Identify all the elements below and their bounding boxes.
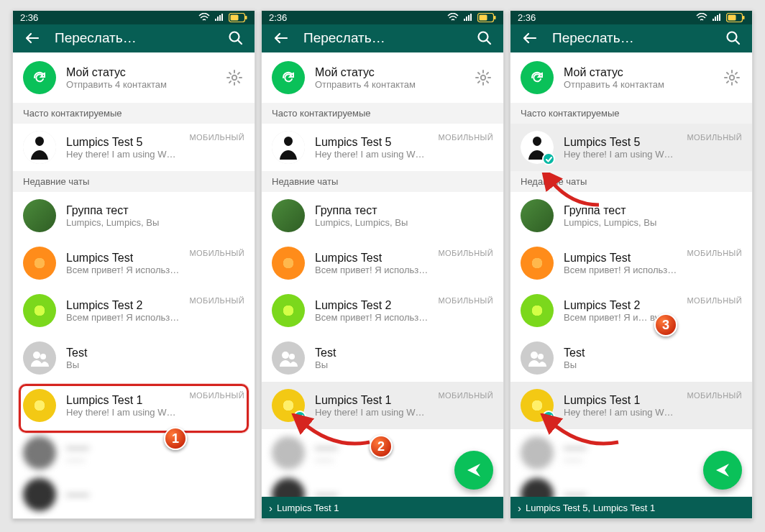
battery-icon [726,13,745,22]
contact-row-lumpics2[interactable]: Lumpics Test 2 Всем привет! Я и… вую Wha… [510,287,752,334]
check-icon [545,155,553,163]
contact-row-test[interactable]: Test Вы [13,334,255,382]
phone-screenshot-3: 2:36 Переслать… Мой статус Отправить 4 к… [510,10,753,519]
status-avatar [23,61,56,94]
group-icon [29,347,50,369]
status-right-icons [696,13,745,22]
battery-icon [477,13,496,22]
avatar [23,131,56,164]
contact-row-group[interactable]: Группа тест Lumpics, Lumpics, Вы [13,192,255,239]
contact-row-lumpics1-selected[interactable]: Lumpics Test 1 Hey there! I am using Wha… [262,382,503,429]
svg-rect-1 [231,14,239,20]
status-time: 2:36 [269,12,287,23]
contact-subtitle: —— [66,454,244,465]
send-fab[interactable] [703,451,742,490]
contact-status: Hey there! I am using WhatsApp. [564,149,677,160]
section-recent: Недавние чаты [13,171,255,192]
send-fab[interactable] [454,451,493,490]
check-icon [545,413,553,421]
my-status-row[interactable]: Мой статус Отправить 4 контактам [13,52,255,103]
contact-name: Lumpics Test 2 [564,299,677,312]
contact-row-test[interactable]: Test Вы [262,334,503,382]
check-icon [296,413,304,421]
contact-row-lumpics2[interactable]: Lumpics Test 2 Всем привет! Я использую … [262,287,503,334]
search-button[interactable] [723,28,743,48]
back-button[interactable] [519,28,539,48]
my-status-row[interactable]: Мой статус Отправить 4 контактам [510,52,752,103]
contact-row-lumpics1-selected[interactable]: Lumpics Test 1 Hey there! I am using Wha… [510,382,752,429]
contact-status: Hey there! I am using WhatsApp. [315,407,429,418]
status-right-icons [447,13,496,22]
search-icon [228,30,244,46]
contact-name: Test [564,347,742,359]
arrow-left-icon [521,30,537,46]
search-button[interactable] [226,28,246,48]
status-time: 2:36 [20,12,38,23]
my-status-subtitle: Отправить 4 контактам [66,79,214,90]
contact-row-group[interactable]: Группа тест Lumpics, Lumpics, Вы [510,192,752,239]
contact-row-blurred: ———— [13,429,255,477]
status-bar: 2:36 [510,11,752,24]
group-icon [278,347,299,369]
contact-row-test[interactable]: Test Вы [510,334,752,382]
contact-status: Hey there! I am using WhatsApp. [66,407,180,418]
contact-row-lumpics5[interactable]: Lumpics Test 5 Hey there! I am using Wha… [262,124,503,171]
contact-name: Lumpics Test 1 [564,394,677,407]
person-silhouette-icon [23,131,56,164]
contact-name: Группа тест [66,204,244,217]
wifi-icon [198,13,210,22]
contact-name: —— [66,488,244,501]
gear-icon [226,70,242,86]
header-title: Переслать… [55,30,213,46]
svg-rect-2 [245,16,247,19]
my-status-subtitle: Отправить 4 контактам [564,79,712,90]
contact-row-lumpics5[interactable]: Lumpics Test 5 Hey there! I am using Wha… [13,124,255,171]
contact-row-lumpics2[interactable]: Lumpics Test 2 Всем привет! Я использую … [13,287,255,334]
status-settings-button[interactable] [722,68,742,88]
avatar [272,436,305,469]
contact-row-group[interactable]: Группа тест Lumpics, Lumpics, Вы [262,192,503,239]
battery-icon [229,13,247,22]
check-badge [542,411,555,423]
contact-row-lumpics[interactable]: Lumpics Test Всем привет! Я использую Wh… [13,239,255,287]
contact-row-lumpics[interactable]: Lumpics Test Всем привет! Я использую Wh… [510,239,752,287]
svg-rect-10 [494,16,496,19]
contact-subtitle: Вы [315,359,493,370]
svg-rect-9 [480,14,487,20]
gear-icon [475,70,491,86]
wifi-icon [447,13,459,22]
arrow-left-icon [24,30,40,46]
arrow-left-icon [272,30,288,46]
contact-status: Hey there! I am using WhatsApp. [315,149,429,160]
contact-name: Lumpics Test 1 [66,394,180,407]
search-icon [477,30,493,46]
chevron-right-icon: › [518,502,521,514]
status-settings-button[interactable] [473,68,493,88]
gear-icon [724,70,740,86]
contact-row-lumpics[interactable]: Lumpics Test Всем привет! Я использую Wh… [262,239,503,287]
app-header: Переслать… [510,24,752,52]
contact-row-lumpics5-selected[interactable]: Lumpics Test 5 Hey there! I am using Wha… [510,124,752,171]
contact-name: Lumpics Test 1 [315,394,429,407]
svg-point-20 [730,75,734,80]
back-button[interactable] [22,28,42,48]
signal-icon [463,13,473,22]
back-button[interactable] [270,28,290,48]
phone-screenshot-1: 2:36 Переслать… Мой статус Отправить 4 к… [12,10,255,519]
avatar [23,294,56,327]
contact-row-lumpics1[interactable]: Lumpics Test 1 Hey there! I am using Wha… [13,382,255,429]
my-status-title: Мой статус [315,66,463,79]
header-title: Переслать… [552,30,710,46]
contact-status: Всем привет! Я использую WhatsApp. [66,312,180,323]
search-button[interactable] [475,28,495,48]
avatar [272,247,305,280]
status-settings-button[interactable] [224,68,244,88]
contact-name: Группа тест [315,204,493,217]
contact-name: Lumpics Test 5 [66,136,180,149]
my-status-row[interactable]: Мой статус Отправить 4 контактам [262,52,503,103]
svg-point-22 [531,352,538,359]
check-badge [542,152,555,165]
avatar [272,131,305,164]
wifi-icon [696,13,707,22]
header-title: Переслать… [303,30,462,46]
